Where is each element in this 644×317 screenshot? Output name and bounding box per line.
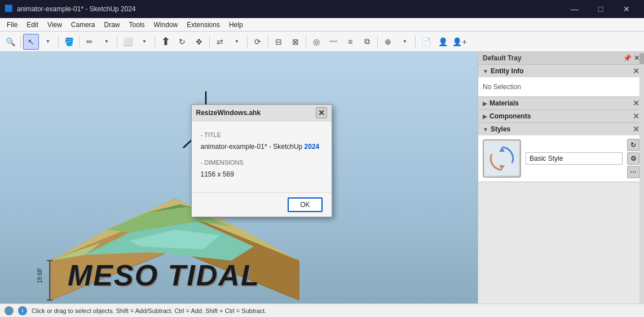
materials-header[interactable]: ▶ Materials ✕ (478, 97, 644, 109)
components-close[interactable]: ✕ (633, 112, 639, 120)
menu-tools[interactable]: Tools (125, 20, 149, 30)
orbit-dropdown[interactable]: ▼ (397, 34, 413, 50)
window-title: animator-example-01* - SketchUp 2024 (17, 5, 562, 13)
orbit-tool[interactable]: ⊕ (380, 34, 396, 50)
components-header[interactable]: ▶ Components ✕ (478, 110, 644, 122)
style-more-button[interactable]: ⋯ (627, 166, 639, 178)
entity-info-section: ▼ Entity Info ✕ No Selection (478, 65, 644, 97)
modal-title-highlight: 2024 (305, 143, 320, 151)
viewport[interactable]: 19.68' MESO TIDAL ResizeWindows.ahk (0, 52, 478, 303)
minimize-button[interactable]: — (562, 0, 588, 18)
menu-window[interactable]: Window (149, 20, 183, 30)
right-panel: Default Tray 📌 ✕ ▼ Entity Info ✕ No Sele… (478, 52, 644, 303)
panel-header-controls: 📌 ✕ (623, 54, 639, 62)
menubar: File Edit View Camera Draw Tools Window … (0, 18, 644, 32)
rectangle-tool[interactable]: ⬜ (120, 34, 135, 50)
components-chevron: ▶ (483, 113, 487, 120)
materials-section: ▶ Materials ✕ (478, 97, 644, 110)
entity-info-label: Entity Info (491, 67, 524, 75)
zoom-magnify-tool[interactable]: 🔍 (2, 34, 18, 50)
previous-view[interactable]: 📄 (418, 34, 434, 50)
scene-label: MESO TIDAL (68, 258, 260, 292)
styles-close[interactable]: ✕ (633, 125, 639, 133)
rect-dropdown[interactable]: ▼ (136, 34, 152, 50)
styles-actions: ↻ ⚙ ⋯ (627, 139, 639, 178)
panel-pin-button[interactable]: 📌 (623, 54, 632, 62)
menu-edit[interactable]: Edit (22, 20, 43, 30)
app-icon: 🟦 (5, 5, 14, 14)
toolbar-separator-4 (117, 36, 117, 48)
materials-chevron: ▶ (483, 100, 487, 107)
rotate-tool[interactable]: ↻ (174, 34, 190, 50)
modal-close-button[interactable]: ✕ (316, 107, 327, 118)
section-plane-tool[interactable]: ⊟ (271, 34, 286, 50)
entity-info-content: No Selection (478, 77, 644, 96)
styles-header[interactable]: ▼ Styles ✕ (478, 123, 644, 135)
layers-tool[interactable]: ≡ (342, 34, 358, 50)
user-add[interactable]: 👤+ (452, 34, 467, 50)
panel-close-button[interactable]: ✕ (634, 54, 639, 62)
modal-footer: OK (192, 192, 332, 217)
modal-title-prefix: animator-example-01* - SketchUp (201, 143, 305, 151)
styles-chevron: ▼ (483, 126, 488, 133)
paint-bucket-tool[interactable]: 🪣 (61, 34, 77, 50)
refresh-tool[interactable]: ⟳ (250, 34, 266, 50)
menu-camera[interactable]: Camera (67, 20, 100, 30)
toolbar-separator-5 (155, 36, 155, 48)
scrollbar-thumb[interactable] (639, 53, 644, 64)
right-panel-scrollbar[interactable] (639, 52, 644, 303)
toolbar-separator-2 (58, 36, 59, 48)
toolbar-separator-8 (268, 36, 268, 48)
toolbar-separator-7 (247, 36, 248, 48)
menu-view[interactable]: View (43, 20, 67, 30)
sandbox-tool[interactable]: 〰 (325, 34, 341, 50)
entity-info-header[interactable]: ▼ Entity Info ✕ (478, 65, 644, 77)
modal-ok-button[interactable]: OK (288, 197, 322, 212)
select-dropdown[interactable]: ▼ (40, 34, 56, 50)
menu-extensions[interactable]: Extensions (182, 20, 224, 30)
push-pull-tool[interactable]: ⬆ (157, 34, 173, 50)
menu-file[interactable]: File (2, 20, 22, 30)
titlebar: 🟦 animator-example-01* - SketchUp 2024 —… (0, 0, 644, 18)
modal-title-value: animator-example-01* - SketchUp 2024 (201, 142, 323, 152)
menu-draw[interactable]: Draw (100, 20, 125, 30)
default-tray-title: Default Tray (483, 54, 522, 62)
close-button[interactable]: ✕ (614, 0, 639, 18)
components-label: Components (489, 112, 531, 120)
modal-title: ResizeWindows.ahk (196, 109, 261, 117)
move-tool[interactable]: ✥ (191, 34, 207, 50)
styles-label: Styles (491, 125, 510, 133)
toolbar-separator-11 (415, 36, 416, 48)
svg-text:19.68': 19.68' (37, 268, 43, 283)
entity-info-close[interactable]: ✕ (633, 67, 639, 75)
user-icon[interactable]: 👤 (435, 34, 451, 50)
modal-dialog: ResizeWindows.ahk ✕ - TITLE animator-exa… (191, 104, 332, 217)
materials-close[interactable]: ✕ (633, 99, 639, 107)
geo-location-icon[interactable]: 🌐 (5, 306, 14, 315)
toolbar: 🔍 ↖ ▼ 🪣 ✏ ▼ ⬜ ▼ ⬆ ↻ ✥ ⇄ ▼ ⟳ ⊟ ⊠ ◎ 〰 ≡ ⧉ … (0, 32, 644, 52)
styles-header-left: ▼ Styles (483, 125, 510, 133)
flip-dropdown[interactable]: ▼ (229, 34, 245, 50)
flip-tool[interactable]: ⇄ (212, 34, 228, 50)
pencil-dropdown[interactable]: ▼ (99, 34, 114, 50)
modal-content: - TITLE animator-example-01* - SketchUp … (192, 121, 332, 192)
status-message: Click or drag to select objects. Shift =… (32, 307, 266, 314)
style-settings-button[interactable]: ⚙ (627, 152, 639, 165)
style-update-button[interactable]: ↻ (627, 139, 639, 151)
component-tool[interactable]: ◎ (308, 34, 324, 50)
modal-titlebar: ResizeWindows.ahk ✕ (192, 105, 332, 121)
select-tool[interactable]: ↖ (23, 34, 39, 50)
modal-title-label: - TITLE (201, 130, 323, 140)
modal-dimensions-label: - DIMENSIONS (201, 158, 323, 168)
menu-help[interactable]: Help (224, 20, 248, 30)
style-thumbnail[interactable] (483, 139, 521, 178)
info-icon[interactable]: i (18, 306, 27, 315)
pencil-tool[interactable]: ✏ (82, 34, 98, 50)
maximize-button[interactable]: □ (588, 0, 614, 18)
section-tool-2[interactable]: ⊠ (288, 34, 303, 50)
style-thumbnail-icon (485, 142, 519, 175)
components-header-left: ▶ Components (483, 112, 531, 120)
layers-tool-2[interactable]: ⧉ (359, 34, 375, 50)
style-name-input[interactable] (526, 152, 623, 165)
styles-content: ↻ ⚙ ⋯ (478, 135, 644, 182)
